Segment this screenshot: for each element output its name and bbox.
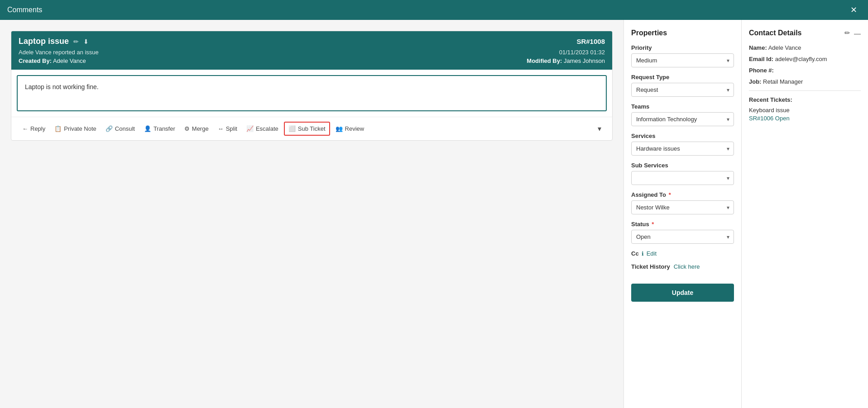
cc-label: Cc [631, 250, 639, 257]
reply-button[interactable]: ← Reply [19, 123, 49, 135]
contact-panel-header: Contact Details ✏ — [749, 29, 861, 37]
contact-edit-button[interactable]: ✏ [844, 29, 850, 37]
sub-services-label: Sub Services [631, 162, 734, 169]
window-title: Comments [7, 6, 42, 14]
ticket-title: Laptop issue [19, 37, 69, 46]
merge-button[interactable]: ⚙ Merge [181, 123, 212, 135]
ticket-history-link[interactable]: Click here [674, 263, 700, 270]
ticket-sr-number: SR#1008 [576, 38, 605, 45]
services-select-wrapper: Hardware issues [631, 142, 734, 156]
ticket-header-top: Laptop issue ✏ ⬇ SR#1008 [19, 37, 605, 46]
teams-group: Teams Information Technology [631, 103, 734, 126]
contact-panel-actions: ✏ — [844, 29, 861, 37]
consult-icon: 🔗 [106, 125, 113, 132]
contact-email-field: Email Id: adelev@clayfly.com [749, 56, 861, 62]
sub-services-select[interactable] [631, 171, 734, 185]
priority-select-wrapper: Medium Low High [631, 53, 734, 67]
ticket-title-area: Laptop issue ✏ ⬇ [19, 37, 89, 46]
review-icon: 👥 [336, 125, 343, 132]
contact-collapse-button[interactable]: — [854, 29, 861, 37]
ticket-created-by: Created By: Adele Vance [19, 57, 86, 64]
transfer-icon: 👤 [144, 125, 151, 132]
sub-ticket-button[interactable]: ⬜ Sub Ticket [284, 122, 330, 136]
private-note-button[interactable]: 📋 Private Note [51, 123, 100, 135]
private-note-icon: 📋 [54, 125, 62, 132]
contact-name-label: Name: [749, 44, 767, 51]
ticket-header: Laptop issue ✏ ⬇ SR#1008 Adele Vance rep… [11, 31, 612, 70]
assigned-to-group: Assigned To * Nestor Wilke [631, 191, 734, 214]
more-actions-button[interactable]: ▾ [594, 123, 605, 135]
contact-name-field: Name: Adele Vance [749, 44, 861, 51]
main-window: Comments ✕ Laptop issue ✏ ⬇ SR#1008 [0, 0, 868, 408]
sub-services-select-wrapper [631, 171, 734, 185]
request-type-group: Request Type Request Incident [631, 74, 734, 97]
main-content: Laptop issue ✏ ⬇ SR#1008 Adele Vance rep… [0, 20, 868, 408]
priority-select[interactable]: Medium Low High [631, 53, 734, 67]
contact-panel-title: Contact Details [749, 29, 801, 37]
assigned-to-label: Assigned To * [631, 191, 734, 198]
cc-info-icon: ℹ [642, 251, 644, 257]
ticket-body: Laptop is not working fine. [17, 75, 607, 111]
teams-select[interactable]: Information Technology [631, 112, 734, 126]
recent-ticket-link[interactable]: SR#1006 Open [749, 115, 861, 122]
assigned-to-select[interactable]: Nestor Wilke [631, 200, 734, 214]
consult-button[interactable]: 🔗 Consult [102, 123, 139, 135]
ticket-history-label: Ticket History [631, 263, 670, 270]
recent-tickets-label: Recent Tickets: [749, 96, 861, 103]
teams-select-wrapper: Information Technology [631, 112, 734, 126]
properties-title: Properties [631, 29, 734, 37]
services-select[interactable]: Hardware issues [631, 142, 734, 156]
request-type-select[interactable]: Request Incident [631, 83, 734, 97]
ticket-date: 01/11/2023 01:32 [559, 49, 605, 56]
review-button[interactable]: 👥 Review [332, 123, 368, 135]
contact-email-value: adelev@clayfly.com [775, 56, 827, 62]
escalate-button[interactable]: 📈 Escalate [243, 123, 282, 135]
contact-divider [749, 90, 861, 91]
status-group: Status * Open Closed Pending [631, 221, 734, 244]
recent-ticket-name: Keyboard issue [749, 107, 861, 114]
close-button[interactable]: ✕ [847, 3, 861, 17]
teams-label: Teams [631, 103, 734, 110]
escalate-icon: 📈 [246, 125, 254, 132]
request-type-label: Request Type [631, 74, 734, 81]
ticket-header-bottom: Created By: Adele Vance Modified By: Jam… [19, 57, 605, 64]
ticket-history-row: Ticket History Click here [631, 263, 734, 270]
cc-edit-button[interactable]: Edit [647, 250, 657, 257]
contact-name-value: Adele Vance [768, 44, 801, 51]
status-select[interactable]: Open Closed Pending [631, 230, 734, 244]
sub-ticket-icon: ⬜ [288, 125, 296, 132]
sub-services-group: Sub Services [631, 162, 734, 185]
recent-ticket-item: Keyboard issue SR#1006 Open [749, 107, 861, 122]
download-button[interactable]: ⬇ [83, 38, 89, 45]
contact-panel: Contact Details ✏ — Name: Adele Vance Em… [741, 20, 868, 408]
contact-email-label: Email Id: [749, 56, 773, 62]
ticket-actions: ← Reply 📋 Private Note 🔗 Consult 👤 Trans… [11, 117, 612, 140]
merge-icon: ⚙ [184, 125, 190, 132]
assigned-to-select-wrapper: Nestor Wilke [631, 200, 734, 214]
edit-title-button[interactable]: ✏ [73, 38, 79, 45]
split-icon: ↔ [218, 125, 224, 132]
contact-job-label: Job: [749, 78, 761, 85]
ticket-reported-by: Adele Vance reported an issue [19, 49, 99, 56]
status-required: * [652, 221, 654, 228]
priority-group: Priority Medium Low High [631, 44, 734, 67]
assigned-to-required: * [669, 191, 671, 198]
ticket-header-meta: Adele Vance reported an issue 01/11/2023… [19, 49, 605, 56]
status-select-wrapper: Open Closed Pending [631, 230, 734, 244]
contact-job-field: Job: Retail Manager [749, 78, 861, 85]
services-group: Services Hardware issues [631, 133, 734, 156]
split-button[interactable]: ↔ Split [214, 123, 241, 135]
reply-arrow-icon: ← [22, 125, 28, 132]
contact-phone-field: Phone #: [749, 67, 861, 74]
title-bar: Comments ✕ [0, 0, 868, 20]
properties-panel: Properties Priority Medium Low High Requ… [623, 20, 741, 408]
transfer-button[interactable]: 👤 Transfer [140, 123, 179, 135]
contact-phone-label: Phone #: [749, 67, 774, 74]
services-label: Services [631, 133, 734, 139]
contact-job-value: Retail Manager [763, 78, 803, 85]
cc-row: Cc ℹ Edit [631, 250, 734, 257]
comments-panel: Laptop issue ✏ ⬇ SR#1008 Adele Vance rep… [0, 20, 623, 408]
update-button[interactable]: Update [631, 284, 734, 302]
ticket-modified-by: Modified By: James Johnson [527, 57, 605, 64]
status-label: Status * [631, 221, 734, 228]
